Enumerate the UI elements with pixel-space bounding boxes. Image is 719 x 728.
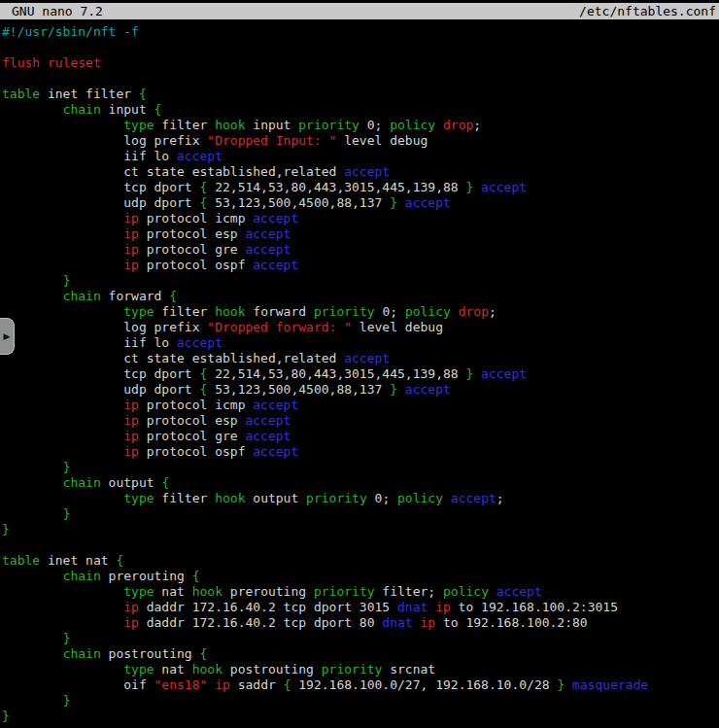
code-line: type filter hook input priority 0; polic… [2, 118, 719, 133]
code-line: chain forward { [2, 289, 719, 304]
chevron-right-icon: ▶ [4, 331, 11, 341]
code-line: } [2, 709, 719, 724]
code-line: ip protocol icmp accept [2, 398, 719, 413]
code-line: ip protocol ospf accept [2, 258, 719, 273]
code-line: table inet filter { [2, 87, 719, 102]
code-line: } [2, 506, 719, 522]
editor-buffer[interactable]: #!/usr/sbin/nft -f flush ruleset table i… [0, 19, 719, 724]
code-line [2, 40, 719, 55]
code-line: iif lo accept [2, 335, 719, 351]
code-line: chain output { [2, 475, 719, 491]
code-line: type filter hook forward priority 0; pol… [2, 304, 719, 320]
code-line: udp dport { 53,123,500,4500,88,137 } acc… [2, 382, 719, 398]
code-line: oif "ens18" ip saddr { 192.168.100.0/27,… [2, 677, 719, 693]
nano-titlebar: GNU nano 7.2 /etc/nftables.conf [0, 3, 719, 19]
code-line: ip protocol gre accept [2, 242, 719, 258]
code-line: chain input { [2, 102, 719, 118]
code-line: } [2, 693, 719, 709]
code-line: ip protocol esp accept [2, 413, 719, 429]
code-line: type filter hook output priority 0; poli… [2, 491, 719, 506]
code-line: } [2, 631, 719, 646]
code-line: type nat hook prerouting priority filter… [2, 584, 719, 600]
code-line: chain prerouting { [2, 569, 719, 584]
file-path: /etc/nftables.conf [579, 3, 716, 19]
code-line: ct state established,related accept [2, 164, 719, 180]
code-line: ip protocol ospf accept [2, 444, 719, 460]
code-line: chain postrouting { [2, 646, 719, 662]
code-line: log prefix "Dropped Input: " level debug [2, 133, 719, 149]
code-line: udp dport { 53,123,500,4500,88,137 } acc… [2, 195, 719, 211]
code-line: ct state established,related accept [2, 351, 719, 366]
code-line: type nat hook postrouting priority srcna… [2, 662, 719, 677]
code-line: } [2, 460, 719, 475]
code-line [2, 71, 719, 87]
code-line: } [2, 273, 719, 289]
nano-app-title: GNU nano 7.2 [12, 3, 103, 19]
code-line [2, 537, 719, 553]
code-line: flush ruleset [2, 55, 719, 71]
code-line: ip protocol gre accept [2, 429, 719, 444]
code-line: ip protocol icmp accept [2, 211, 719, 226]
code-line: #!/usr/sbin/nft -f [2, 24, 719, 40]
code-line: log prefix "Dropped forward: " level deb… [2, 320, 719, 335]
terminal-screen: GNU nano 7.2 /etc/nftables.conf #!/usr/s… [0, 0, 719, 728]
code-line: tcp dport { 22,514,53,80,443,3015,445,13… [2, 180, 719, 195]
code-line: iif lo accept [2, 149, 719, 164]
code-line: table inet nat { [2, 553, 719, 569]
code-line: ip daddr 172.16.40.2 tcp dport 80 dnat i… [2, 615, 719, 631]
code-line: ip protocol esp accept [2, 226, 719, 242]
code-line: tcp dport { 22,514,53,80,443,3015,445,13… [2, 366, 719, 382]
code-line: } [2, 522, 719, 537]
code-line: ip daddr 172.16.40.2 tcp dport 3015 dnat… [2, 600, 719, 615]
console-sidebar-handle[interactable]: ▶ [0, 318, 15, 355]
